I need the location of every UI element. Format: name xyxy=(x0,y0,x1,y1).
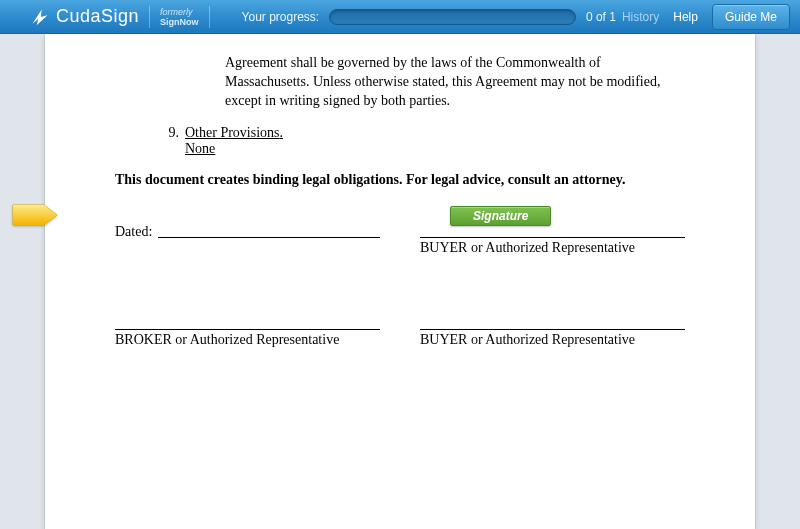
progress-label: Your progress: xyxy=(242,10,320,24)
document-page: Agreement shall be governed by the laws … xyxy=(45,34,755,529)
progress-section: Your progress: 0 of 1 xyxy=(242,9,622,25)
dated-label: Dated: xyxy=(115,224,152,240)
clause-body: None xyxy=(185,141,215,157)
brand-name: CudaSign xyxy=(56,6,139,27)
header-actions: History Help Guide Me xyxy=(622,4,790,30)
buyer-signature-block: Signature BUYER or Authorized Representa… xyxy=(420,220,685,256)
brand-logo: CudaSign xyxy=(30,6,139,27)
guide-me-button[interactable]: Guide Me xyxy=(712,4,790,30)
workspace: Agreement shall be governed by the laws … xyxy=(0,34,800,529)
signature-row-2: BROKER or Authorized Representative BUYE… xyxy=(115,312,685,348)
progress-bar[interactable] xyxy=(329,9,576,25)
formerly-label: formerly SignNow xyxy=(160,7,199,27)
divider xyxy=(149,6,150,28)
signature-row-1: Dated: Signature BUYER or Authorized Rep… xyxy=(115,220,685,256)
role-buyer-1: BUYER or Authorized Representative xyxy=(420,240,685,256)
dated-line[interactable] xyxy=(158,220,380,238)
governing-law-clause: Agreement shall be governed by the laws … xyxy=(225,54,685,111)
legal-notice: This document creates binding legal obli… xyxy=(115,171,685,190)
clause-number: 9. xyxy=(155,125,179,141)
progress-count: 0 of 1 xyxy=(586,10,616,24)
clause-heading: Other Provisions. xyxy=(185,125,283,141)
signature-line[interactable] xyxy=(115,312,380,330)
logo-icon xyxy=(30,7,50,27)
signature-button[interactable]: Signature xyxy=(450,206,551,226)
signature-line[interactable] xyxy=(420,312,685,330)
divider xyxy=(209,6,210,28)
field-pointer-icon xyxy=(12,204,58,226)
role-buyer-2: BUYER or Authorized Representative xyxy=(420,332,685,348)
history-link[interactable]: History xyxy=(622,10,659,24)
help-link[interactable]: Help xyxy=(673,10,698,24)
dated-block: Dated: xyxy=(115,220,380,256)
app-header: CudaSign formerly SignNow Your progress:… xyxy=(0,0,800,34)
role-broker: BROKER or Authorized Representative xyxy=(115,332,380,348)
broker-signature-block: BROKER or Authorized Representative xyxy=(115,312,380,348)
clause-9: 9. Other Provisions. None xyxy=(155,125,685,157)
buyer-signature-block-2: BUYER or Authorized Representative xyxy=(420,312,685,348)
